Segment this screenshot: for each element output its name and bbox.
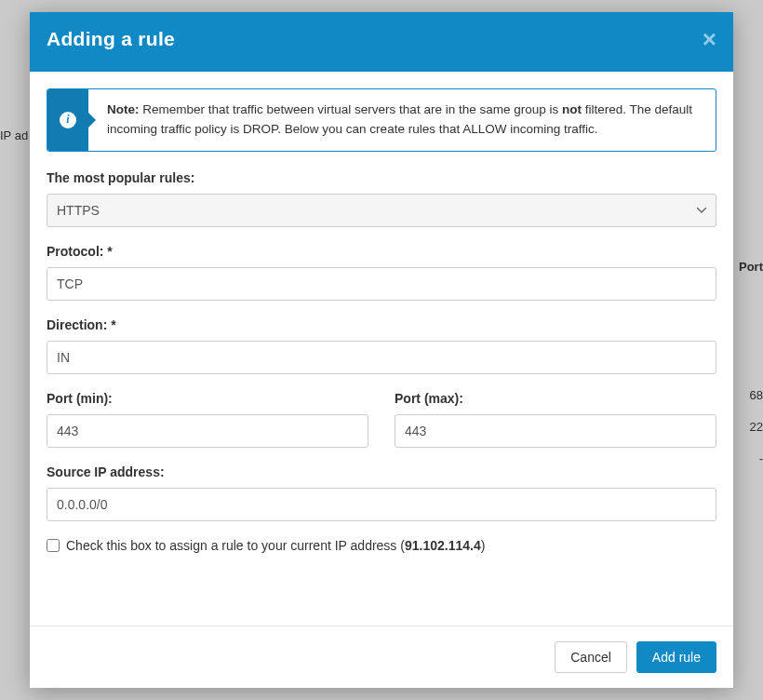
- info-note: i Note: Remember that traffic between vi…: [47, 88, 716, 152]
- input-port-min[interactable]: [47, 414, 368, 448]
- port-row: Port (min): Port (max):: [47, 391, 716, 464]
- input-port-max[interactable]: [395, 414, 716, 448]
- info-icon: i: [60, 112, 76, 128]
- modal-header: Adding a rule ×: [30, 12, 733, 72]
- checkbox-text-before: Check this box to assign a rule to your …: [66, 538, 405, 553]
- label-source-ip: Source IP address:: [47, 464, 716, 479]
- add-rule-button[interactable]: Add rule: [636, 641, 716, 673]
- checkbox-text: Check this box to assign a rule to your …: [66, 538, 485, 553]
- field-popular-rules: The most popular rules: HTTPS: [47, 170, 716, 227]
- label-popular-rules: The most popular rules:: [47, 170, 716, 185]
- select-direction[interactable]: IN: [47, 341, 716, 374]
- modal-body: i Note: Remember that traffic between vi…: [30, 72, 733, 626]
- checkbox-input[interactable]: [47, 539, 60, 552]
- select-popular-rules[interactable]: HTTPS: [47, 194, 716, 227]
- checkbox-ip: 91.102.114.4: [405, 538, 481, 553]
- label-protocol: Protocol: *: [47, 244, 716, 259]
- modal-title: Adding a rule: [47, 28, 175, 50]
- note-bold: not: [562, 102, 582, 116]
- field-protocol: Protocol: * TCP: [47, 244, 716, 301]
- close-button[interactable]: ×: [703, 27, 716, 51]
- field-source-ip: Source IP address:: [47, 464, 716, 521]
- note-seg-1: Remember that traffic between virtual se…: [140, 102, 562, 116]
- info-icon-wrap: i: [47, 89, 88, 151]
- close-icon: ×: [703, 25, 716, 53]
- input-source-ip[interactable]: [47, 488, 716, 521]
- label-port-max: Port (max):: [395, 391, 716, 406]
- checkbox-current-ip[interactable]: Check this box to assign a rule to your …: [47, 538, 716, 553]
- cancel-button[interactable]: Cancel: [555, 641, 627, 673]
- checkbox-text-after: ): [481, 538, 486, 553]
- modal-dialog: Adding a rule × i Note: Remember that tr…: [30, 12, 733, 688]
- modal-footer: Cancel Add rule: [30, 626, 733, 688]
- select-protocol[interactable]: TCP: [47, 267, 716, 301]
- field-port-min: Port (min):: [47, 391, 368, 448]
- note-label: Note:: [107, 102, 140, 116]
- note-text: Note: Remember that traffic between virt…: [88, 89, 716, 151]
- modal-overlay: Adding a rule × i Note: Remember that tr…: [0, 0, 763, 700]
- field-direction: Direction: * IN: [47, 317, 716, 374]
- field-port-max: Port (max):: [395, 391, 716, 448]
- label-port-min: Port (min):: [47, 391, 368, 406]
- label-direction: Direction: *: [47, 317, 716, 332]
